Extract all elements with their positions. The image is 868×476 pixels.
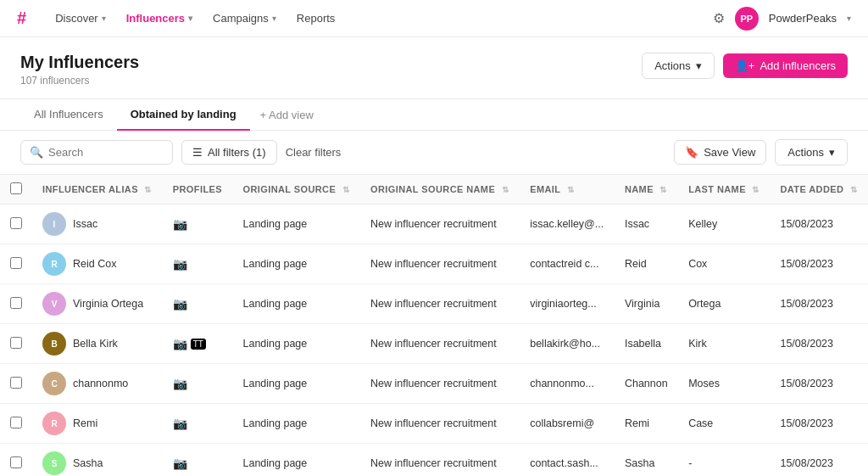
- table-body: I Issac 📷 Landing page New influencer re…: [0, 204, 868, 477]
- instagram-icon: 📷: [173, 417, 187, 430]
- avatar: B: [42, 332, 66, 356]
- table-row: I Issac 📷 Landing page New influencer re…: [0, 204, 868, 244]
- nav-right: ⚙ PP PowderPeaks ▾: [713, 7, 851, 31]
- brand-name: PowderPeaks: [769, 12, 837, 25]
- row-checkbox[interactable]: [10, 257, 22, 269]
- row-alias: R Reid Cox: [32, 244, 163, 284]
- tab-all-influencers[interactable]: All Influencers: [20, 99, 117, 131]
- row-name: Issac: [615, 204, 678, 244]
- row-checkbox[interactable]: [10, 297, 22, 309]
- select-all-header[interactable]: [0, 175, 32, 204]
- row-checkbox-cell[interactable]: [0, 284, 32, 324]
- page-subtitle: 107 influencers: [20, 75, 139, 87]
- navbar: # Discover ▾ Influencers ▾ Campaigns ▾ R…: [0, 0, 868, 37]
- row-checkbox-cell[interactable]: [0, 404, 32, 444]
- row-date-added: 15/08/2023: [770, 324, 868, 364]
- nav-influencers[interactable]: Influencers ▾: [118, 7, 201, 30]
- table-header-row: Influencer Alias ⇅ Profiles Original Sou…: [0, 175, 868, 204]
- add-icon: 👤+: [735, 59, 755, 72]
- row-alias: I Issac: [32, 204, 163, 244]
- select-all-checkbox[interactable]: [10, 182, 22, 194]
- filter-icon: ☰: [192, 146, 203, 159]
- row-checkbox-cell[interactable]: [0, 204, 32, 244]
- col-email: Email ⇅: [520, 175, 615, 204]
- table-row: R Reid Cox 📷 Landing page New influencer…: [0, 244, 868, 284]
- page-header: My Influencers 107 influencers Actions ▾…: [0, 37, 868, 99]
- nav-discover[interactable]: Discover ▾: [47, 7, 114, 30]
- row-profiles: 📷: [163, 364, 233, 404]
- gear-icon[interactable]: ⚙: [713, 10, 725, 26]
- row-checkbox[interactable]: [10, 417, 22, 428]
- nav-logo[interactable]: #: [17, 8, 26, 28]
- page-title: My Influencers: [20, 53, 139, 72]
- row-source: Landing page: [233, 364, 361, 404]
- row-checkbox-cell[interactable]: [0, 364, 32, 404]
- search-input[interactable]: [48, 146, 164, 159]
- sort-icon[interactable]: ⇅: [502, 185, 509, 194]
- clear-filters-button[interactable]: Clear filters: [286, 146, 342, 159]
- row-date-added: 15/08/2023: [770, 404, 868, 444]
- row-checkbox-cell[interactable]: [0, 244, 32, 284]
- row-source-name: New influencer recruitment: [360, 364, 520, 404]
- tiktok-icon: TT: [191, 339, 206, 350]
- tab-add-view[interactable]: + Add view: [250, 100, 324, 130]
- chevron-down-icon: ▾: [188, 14, 192, 23]
- row-source: Landing page: [233, 324, 361, 364]
- row-alias: R Remi: [32, 404, 163, 444]
- row-checkbox[interactable]: [10, 217, 22, 229]
- row-profiles: 📷: [163, 204, 233, 244]
- sort-icon[interactable]: ⇅: [659, 185, 666, 194]
- nav-reports[interactable]: Reports: [288, 7, 344, 30]
- row-source-name: New influencer recruitment: [360, 404, 520, 444]
- row-email: bellakirk@ho...: [520, 324, 615, 364]
- instagram-icon: 📷: [173, 337, 187, 350]
- row-source: Landing page: [233, 404, 361, 444]
- table-row: B Bella Kirk 📷TT Landing page New influe…: [0, 324, 868, 364]
- row-profiles: 📷: [163, 444, 233, 477]
- save-view-button[interactable]: 🔖 Save View: [674, 140, 766, 165]
- col-alias: Influencer Alias ⇅: [32, 175, 163, 204]
- row-source-name: New influencer recruitment: [360, 204, 520, 244]
- row-checkbox-cell[interactable]: [0, 444, 32, 477]
- row-alias: S Sasha: [32, 444, 163, 477]
- table-row: S Sasha 📷 Landing page New influencer re…: [0, 444, 868, 477]
- tab-obtained-by-landing[interactable]: Obtained by landing: [117, 99, 250, 131]
- table-row: C channonmo 📷 Landing page New influence…: [0, 364, 868, 404]
- sort-icon[interactable]: ⇅: [567, 185, 574, 194]
- col-source-name: Original Source Name ⇅: [360, 175, 520, 204]
- influencers-table-container: Influencer Alias ⇅ Profiles Original Sou…: [0, 175, 868, 476]
- search-box: 🔍: [20, 140, 173, 165]
- sort-icon[interactable]: ⇅: [850, 185, 857, 194]
- tabs-bar: All Influencers Obtained by landing + Ad…: [0, 99, 868, 131]
- row-date-added: 15/08/2023: [770, 204, 868, 244]
- row-last-name: Case: [678, 404, 770, 444]
- actions-button[interactable]: Actions ▾: [642, 53, 715, 79]
- chevron-down-icon: ▾: [272, 14, 276, 23]
- avatar: PP: [735, 7, 759, 31]
- row-source: Landing page: [233, 204, 361, 244]
- col-last-name: Last Name ⇅: [678, 175, 770, 204]
- row-checkbox-cell[interactable]: [0, 324, 32, 364]
- toolbar-actions-button[interactable]: Actions ▾: [775, 139, 848, 165]
- influencers-table: Influencer Alias ⇅ Profiles Original Sou…: [0, 175, 868, 476]
- row-alias: C channonmo: [32, 364, 163, 404]
- nav-campaigns[interactable]: Campaigns ▾: [204, 7, 285, 30]
- sort-icon[interactable]: ⇅: [342, 185, 349, 194]
- row-last-name: Moses: [678, 364, 770, 404]
- table-row: V Virginia Ortega 📷 Landing page New inf…: [0, 284, 868, 324]
- col-profiles: Profiles: [163, 175, 233, 204]
- row-date-added: 15/08/2023: [770, 444, 868, 477]
- row-profiles: 📷: [163, 284, 233, 324]
- row-checkbox[interactable]: [10, 456, 22, 468]
- page-actions: Actions ▾ 👤+ Add influencers: [642, 53, 848, 79]
- sort-icon[interactable]: ⇅: [144, 185, 151, 194]
- avatar: C: [42, 372, 66, 395]
- avatar: V: [42, 292, 66, 316]
- row-name: Remi: [615, 404, 678, 444]
- row-checkbox[interactable]: [10, 337, 22, 349]
- chevron-down-icon[interactable]: ▾: [847, 14, 851, 23]
- row-checkbox[interactable]: [10, 377, 22, 389]
- sort-icon[interactable]: ⇅: [752, 185, 759, 194]
- add-influencers-button[interactable]: 👤+ Add influencers: [723, 53, 848, 78]
- filter-button[interactable]: ☰ All filters (1): [181, 140, 277, 165]
